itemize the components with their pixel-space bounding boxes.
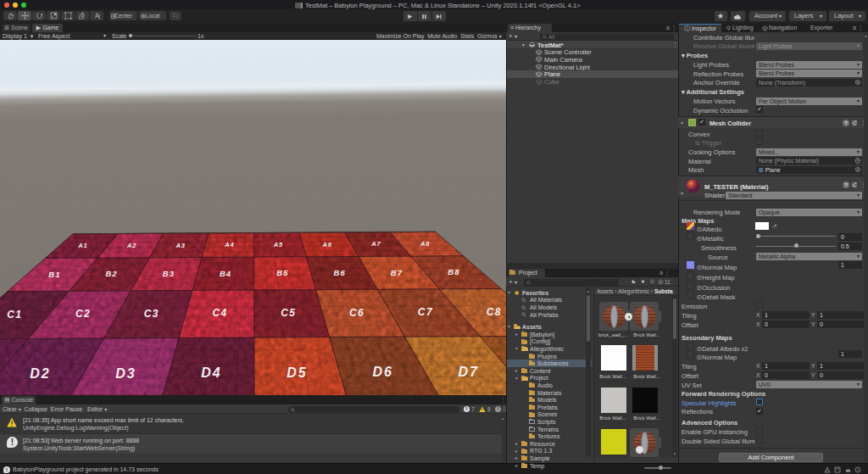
svg-text:D5: D5 <box>287 365 307 380</box>
svg-text:A8: A8 <box>420 240 430 248</box>
svg-text:C6: C6 <box>349 307 364 319</box>
svg-text:B1: B1 <box>48 270 60 279</box>
svg-text:D7: D7 <box>459 365 479 379</box>
svg-text:B3: B3 <box>163 269 175 278</box>
svg-text:D4: D4 <box>201 365 221 380</box>
svg-text:C3: C3 <box>144 308 159 320</box>
svg-text:A3: A3 <box>175 242 186 249</box>
svg-text:A4: A4 <box>224 241 234 248</box>
svg-text:B6: B6 <box>334 268 346 277</box>
svg-text:C1: C1 <box>7 309 22 321</box>
svg-text:A2: A2 <box>126 242 136 249</box>
svg-text:A7: A7 <box>370 240 381 248</box>
svg-text:A5: A5 <box>273 241 283 248</box>
svg-text:B2: B2 <box>105 269 117 278</box>
svg-text:D2: D2 <box>30 366 50 381</box>
svg-text:D6: D6 <box>372 365 392 379</box>
svg-text:C5: C5 <box>281 307 296 319</box>
svg-text:B4: B4 <box>220 269 231 278</box>
svg-text:D3: D3 <box>115 366 136 381</box>
svg-text:B8: B8 <box>448 267 459 276</box>
svg-text:A1: A1 <box>77 242 87 249</box>
svg-text:B5: B5 <box>276 268 288 277</box>
svg-text:C4: C4 <box>212 307 227 319</box>
svg-text:C7: C7 <box>418 306 433 318</box>
svg-text:C2: C2 <box>75 308 91 320</box>
svg-text:A6: A6 <box>322 241 332 248</box>
svg-text:C8: C8 <box>487 306 502 318</box>
svg-text:B7: B7 <box>391 268 403 277</box>
